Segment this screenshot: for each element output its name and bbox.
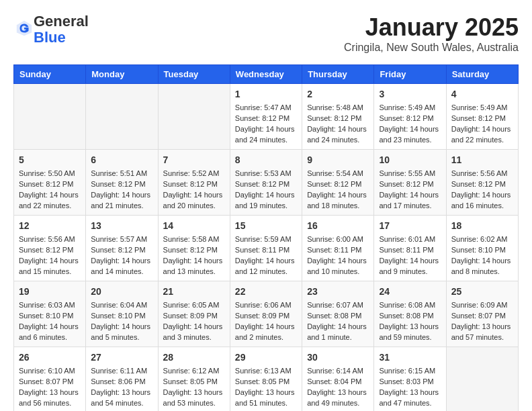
day-number: 16 xyxy=(307,219,369,232)
day-number: 7 xyxy=(163,153,225,167)
day-info: Daylight: 14 hours xyxy=(235,124,297,135)
day-info: Sunset: 8:06 PM xyxy=(91,377,152,387)
day-info: Sunset: 8:12 PM xyxy=(307,113,369,124)
day-info: and 8 minutes. xyxy=(451,267,513,277)
day-number: 3 xyxy=(379,87,441,101)
day-info: Sunset: 8:12 PM xyxy=(379,113,441,124)
header-tuesday: Tuesday xyxy=(158,65,230,84)
day-number: 17 xyxy=(379,219,441,232)
day-number: 14 xyxy=(163,219,225,232)
day-info: Sunrise: 6:00 AM xyxy=(307,234,369,245)
day-number: 24 xyxy=(379,285,441,298)
day-info: and 24 minutes. xyxy=(235,135,297,146)
day-number: 21 xyxy=(163,285,225,298)
day-info: Sunset: 8:10 PM xyxy=(451,245,513,256)
day-info: and 56 minutes. xyxy=(19,398,81,409)
day-info: Sunset: 8:10 PM xyxy=(19,311,81,322)
day-info: Daylight: 14 hours xyxy=(19,322,81,332)
day-info: and 19 minutes. xyxy=(235,201,297,212)
day-info: and 22 minutes. xyxy=(19,201,81,212)
day-info: Sunset: 8:12 PM xyxy=(91,245,152,256)
header-monday: Monday xyxy=(86,65,158,84)
day-info: and 15 minutes. xyxy=(19,267,81,277)
day-info: Sunrise: 5:54 AM xyxy=(307,169,369,179)
day-info: Daylight: 14 hours xyxy=(163,256,225,267)
day-info: Sunset: 8:08 PM xyxy=(379,311,441,322)
day-info: Daylight: 14 hours xyxy=(163,190,225,201)
day-info: Sunset: 8:07 PM xyxy=(19,377,81,387)
day-info: Sunrise: 5:49 AM xyxy=(379,103,441,113)
day-info: Sunset: 8:12 PM xyxy=(451,179,513,190)
day-number: 12 xyxy=(19,219,81,232)
calendar-cell: 16Sunrise: 6:00 AMSunset: 8:11 PMDayligh… xyxy=(302,216,374,281)
calendar-cell: 4Sunrise: 5:49 AMSunset: 8:12 PMDaylight… xyxy=(446,84,518,150)
calendar-cell: 27Sunrise: 6:11 AMSunset: 8:06 PMDayligh… xyxy=(86,347,158,411)
day-info: and 23 minutes. xyxy=(379,135,441,146)
day-info: Daylight: 13 hours xyxy=(379,322,441,332)
calendar-cell: 5Sunrise: 5:50 AMSunset: 8:12 PMDaylight… xyxy=(14,150,86,216)
calendar-header: SundayMondayTuesdayWednesdayThursdayFrid… xyxy=(14,65,519,84)
calendar-cell: 2Sunrise: 5:48 AMSunset: 8:12 PMDaylight… xyxy=(302,84,374,150)
calendar-week-2: 5Sunrise: 5:50 AMSunset: 8:12 PMDaylight… xyxy=(14,150,519,216)
calendar-cell xyxy=(14,84,86,150)
day-info: Sunset: 8:12 PM xyxy=(451,113,513,124)
day-info: Sunrise: 5:50 AM xyxy=(19,169,81,179)
day-info: Daylight: 13 hours xyxy=(379,387,441,398)
day-number: 25 xyxy=(451,285,513,298)
day-info: Sunrise: 6:06 AM xyxy=(235,300,297,311)
day-number: 31 xyxy=(379,351,441,364)
day-info: Sunset: 8:12 PM xyxy=(91,179,152,190)
day-info: and 57 minutes. xyxy=(451,332,513,343)
day-info: Sunrise: 6:07 AM xyxy=(307,300,369,311)
day-info: Daylight: 13 hours xyxy=(451,322,513,332)
day-info: and 1 minute. xyxy=(307,332,369,343)
day-info: and 49 minutes. xyxy=(307,398,369,409)
day-number: 30 xyxy=(307,351,369,364)
day-info: Sunrise: 6:10 AM xyxy=(19,366,81,377)
day-info: Daylight: 14 hours xyxy=(19,256,81,267)
day-info: Sunrise: 6:15 AM xyxy=(379,366,441,377)
calendar-cell: 15Sunrise: 5:59 AMSunset: 8:11 PMDayligh… xyxy=(230,216,302,281)
day-info: Daylight: 13 hours xyxy=(163,387,225,398)
calendar-cell xyxy=(86,84,158,150)
day-info: Daylight: 14 hours xyxy=(451,124,513,135)
logo: General Blue xyxy=(13,13,89,46)
day-info: Sunset: 8:03 PM xyxy=(379,377,441,387)
day-info: Daylight: 14 hours xyxy=(235,190,297,201)
calendar-cell: 14Sunrise: 5:58 AMSunset: 8:12 PMDayligh… xyxy=(158,216,230,281)
day-info: Sunset: 8:11 PM xyxy=(379,245,441,256)
day-info: Daylight: 14 hours xyxy=(307,322,369,332)
day-info: Daylight: 14 hours xyxy=(91,256,152,267)
day-info: Sunset: 8:12 PM xyxy=(235,179,297,190)
day-info: Sunset: 8:12 PM xyxy=(19,179,81,190)
day-info: Daylight: 14 hours xyxy=(307,190,369,201)
day-info: Sunrise: 6:08 AM xyxy=(379,300,441,311)
day-info: Sunrise: 6:04 AM xyxy=(91,300,152,311)
day-number: 22 xyxy=(235,285,297,298)
day-info: and 54 minutes. xyxy=(91,398,152,409)
day-number: 13 xyxy=(91,219,152,232)
calendar-cell: 20Sunrise: 6:04 AMSunset: 8:10 PMDayligh… xyxy=(86,281,158,347)
day-info: Daylight: 14 hours xyxy=(379,124,441,135)
day-info: Sunrise: 5:57 AM xyxy=(91,234,152,245)
day-info: Sunset: 8:12 PM xyxy=(163,179,225,190)
day-info: and 20 minutes. xyxy=(163,201,225,212)
day-info: Daylight: 14 hours xyxy=(91,190,152,201)
calendar-cell: 3Sunrise: 5:49 AMSunset: 8:12 PMDaylight… xyxy=(374,84,446,150)
day-info: Daylight: 13 hours xyxy=(91,387,152,398)
day-info: Sunset: 8:07 PM xyxy=(451,311,513,322)
calendar-week-5: 26Sunrise: 6:10 AMSunset: 8:07 PMDayligh… xyxy=(14,347,519,411)
day-number: 11 xyxy=(451,153,513,167)
day-info: Daylight: 14 hours xyxy=(91,322,152,332)
day-info: Sunset: 8:12 PM xyxy=(163,245,225,256)
day-info: Sunset: 8:09 PM xyxy=(235,311,297,322)
calendar-cell: 29Sunrise: 6:13 AMSunset: 8:05 PMDayligh… xyxy=(230,347,302,411)
day-info: and 12 minutes. xyxy=(235,267,297,277)
day-number: 6 xyxy=(91,153,152,167)
day-info: Sunset: 8:11 PM xyxy=(235,245,297,256)
day-info: Sunrise: 5:49 AM xyxy=(451,103,513,113)
day-info: Sunset: 8:04 PM xyxy=(307,377,369,387)
header-saturday: Saturday xyxy=(446,65,518,84)
header-sunday: Sunday xyxy=(14,65,86,84)
day-info: Sunrise: 5:48 AM xyxy=(307,103,369,113)
